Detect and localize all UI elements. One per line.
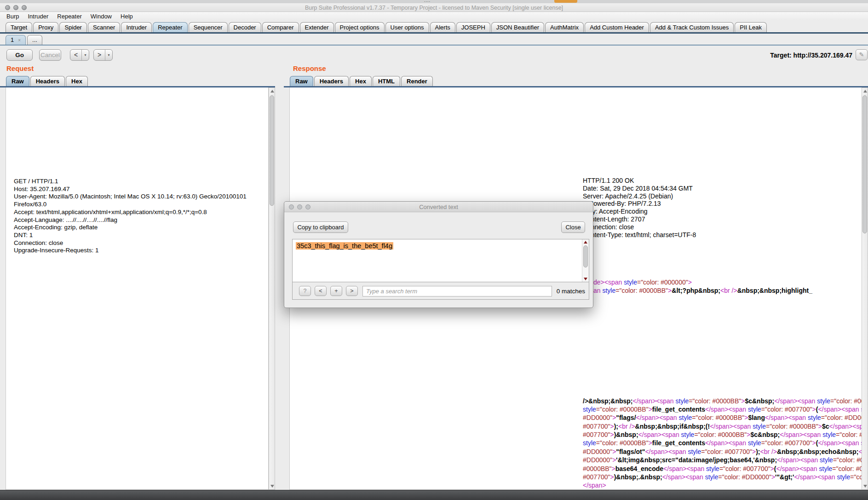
response-header-line: Server: Apache/2.4.25 (Debian) (583, 192, 673, 200)
main-tab-proxy[interactable]: Proxy (33, 22, 58, 32)
search-previous-button[interactable]: < (315, 286, 327, 296)
main-tab-decoder[interactable]: Decoder (229, 22, 261, 32)
converted-text-area[interactable]: 35c3_this_flag_is_the_be5t_fl4g (293, 239, 589, 282)
main-tab-alerts[interactable]: Alerts (430, 22, 455, 32)
request-scrollbar-thumb[interactable] (270, 95, 274, 206)
response-tab-render[interactable]: Render (401, 76, 433, 86)
source-token: </span> (645, 448, 668, 455)
main-tab-json-beautifier[interactable]: JSON Beautifier (491, 22, 544, 32)
main-tab-scanner[interactable]: Scanner (88, 22, 120, 32)
scroll-down-icon[interactable] (270, 485, 274, 488)
dialog-title: Converted text (284, 203, 593, 210)
source-token: #0000BB" (583, 465, 612, 472)
source-token: </span> (663, 465, 687, 472)
source-token: > (818, 423, 822, 430)
main-tab-comparer[interactable]: Comparer (262, 22, 299, 32)
main-tab-add-track-custom-issues[interactable]: Add & Track Custom Issues (650, 22, 734, 32)
source-token: <span (668, 448, 688, 455)
source-token: </span> (818, 439, 841, 447)
main-tab-pii-leak[interactable]: PII Leak (735, 22, 767, 32)
response-source-line: #007700">);<br />&nbsp;&nbsp;if&nbsp;(!<… (583, 423, 868, 430)
source-token: style (748, 439, 761, 447)
request-text: GET / HTTP/1.1Host: 35.207.169.47User-Ag… (14, 176, 271, 500)
scroll-up-icon[interactable] (863, 90, 867, 93)
source-token: $c&nbsp; (750, 431, 780, 438)
dialog-scrollbar[interactable] (582, 239, 589, 282)
request-tab-headers[interactable]: Headers (30, 76, 65, 86)
go-button[interactable]: Go (6, 49, 33, 61)
request-tab-hex[interactable]: Hex (66, 76, 88, 86)
menu-burp[interactable]: Burp (6, 13, 19, 20)
dialog-titlebar[interactable]: Converted text (284, 202, 593, 212)
menu-help[interactable]: Help (121, 13, 133, 20)
main-tab-sequencer[interactable]: Sequencer (189, 22, 228, 32)
new-tab-button[interactable]: ... (27, 35, 42, 45)
scroll-down-icon[interactable] (584, 278, 587, 280)
source-token: style (705, 473, 719, 481)
source-token: style (583, 406, 596, 413)
response-header-line: Date: Sat, 29 Dec 2018 04:54:34 GMT (583, 185, 693, 192)
dialog-scrollbar-thumb[interactable] (583, 245, 588, 267)
request-line: GET / HTTP/1.1 (14, 178, 58, 185)
cancel-button[interactable]: Cancel (39, 49, 61, 61)
menu-repeater[interactable]: Repeater (57, 13, 81, 20)
response-tab-hex[interactable]: Hex (350, 76, 372, 86)
search-add-button[interactable]: + (330, 286, 342, 296)
copy-to-clipboard-button[interactable]: Copy to clipboard (293, 221, 348, 233)
edit-target-button[interactable]: ✎ (856, 49, 868, 60)
next-arrow-icon[interactable]: > (94, 50, 105, 60)
search-input[interactable] (362, 286, 552, 297)
response-tab-raw[interactable]: Raw (290, 76, 313, 86)
previous-arrow-icon[interactable]: < (70, 50, 82, 60)
close-dialog-button[interactable]: Close (561, 221, 585, 233)
main-tab-joseph[interactable]: JOSEPH (456, 22, 490, 32)
source-token: > (610, 423, 614, 430)
response-scrollbar[interactable] (862, 87, 868, 490)
search-help-button[interactable]: ? (299, 286, 311, 296)
source-token: </span> (774, 397, 798, 405)
main-tab-authmatrix[interactable]: AuthMatrix (545, 22, 584, 32)
main-tab-spider[interactable]: Spider (59, 22, 87, 32)
chevron-down-icon[interactable]: ▾ (105, 50, 112, 60)
request-tab-raw[interactable]: Raw (6, 76, 29, 86)
main-tab-add-custom-header[interactable]: Add Custom Header (585, 22, 649, 32)
source-token: style (822, 431, 836, 438)
main-tab-project-options[interactable]: Project options (335, 22, 385, 32)
source-token: style (817, 397, 830, 405)
menu-window[interactable]: Window (91, 13, 112, 20)
request-scrollbar[interactable] (269, 87, 275, 490)
chevron-down-icon[interactable]: ▾ (82, 50, 89, 60)
request-editor[interactable]: GET / HTTP/1.1Host: 35.207.169.47User-Ag… (6, 87, 269, 490)
source-token: </span> (633, 397, 656, 405)
source-token: ="color: #0000BB" (615, 287, 668, 294)
scroll-down-icon[interactable] (863, 485, 867, 488)
scroll-up-icon[interactable] (270, 90, 274, 93)
source-token: </span> (776, 465, 800, 472)
scroll-up-icon[interactable] (584, 241, 587, 244)
source-token: <span (729, 439, 748, 447)
source-token: > (610, 473, 614, 481)
source-token: <br /> (618, 423, 635, 430)
response-tab-html[interactable]: HTML (373, 76, 400, 86)
source-token: ="color: #007700" (761, 439, 812, 447)
menu-intruder[interactable]: Intruder (28, 13, 48, 20)
main-tab-intruder[interactable]: Intruder (121, 22, 152, 32)
main-tab-target[interactable]: Target (6, 22, 32, 32)
close-tab-icon[interactable]: × (18, 38, 21, 43)
main-tab-extender[interactable]: Extender (300, 22, 334, 32)
main-tab-user-options[interactable]: User options (385, 22, 429, 32)
desktop-edge-strip (0, 490, 868, 500)
source-token: $c&nbsp; (745, 397, 774, 405)
source-token: $lang (748, 414, 765, 421)
main-tab-repeater[interactable]: Repeater (153, 22, 187, 32)
source-token: )&nbsp;.&nbsp; (614, 473, 662, 481)
source-token: > (649, 439, 652, 447)
source-token: ="color: #0000BB" (596, 406, 649, 413)
search-next-button[interactable]: > (346, 286, 358, 296)
next-request-button[interactable]: > ▾ (93, 49, 113, 61)
response-tab-headers[interactable]: Headers (314, 76, 349, 86)
response-scrollbar-thumb[interactable] (862, 95, 867, 233)
repeater-toolbar: Go Cancel < ▾ > ▾ Target: http://35.207.… (0, 46, 868, 67)
repeater-tab-1[interactable]: 1× (6, 35, 26, 45)
previous-request-button[interactable]: < ▾ (70, 49, 89, 61)
